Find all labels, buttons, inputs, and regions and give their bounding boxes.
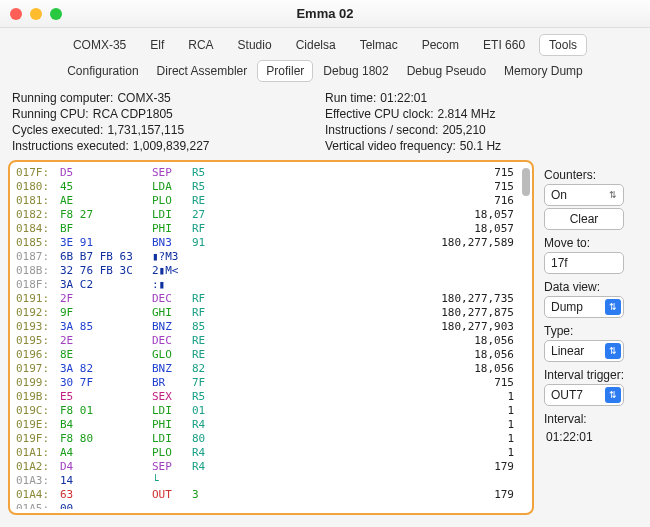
listing-row[interactable]: 019F:F8 80LDI801 — [16, 432, 530, 446]
listing-row[interactable]: 0182:F8 27LDI2718,057 — [16, 208, 530, 222]
listing-row[interactable]: 0195:2EDECRE18,056 — [16, 334, 530, 348]
tab-eti-660[interactable]: ETI 660 — [473, 34, 535, 56]
info-label: Instructions / second: — [325, 122, 438, 138]
listing-row[interactable]: 019C:F8 01LDI011 — [16, 404, 530, 418]
close-icon[interactable] — [10, 8, 22, 20]
listing-mnemonic: :▮ — [152, 278, 192, 292]
listing-mnemonic: SEP — [152, 166, 192, 180]
info-value: 01:22:01 — [380, 90, 427, 106]
listing-addr: 0180: — [16, 180, 60, 194]
tab-comx-35[interactable]: COMX-35 — [63, 34, 136, 56]
listing-mnemonic: PLO — [152, 194, 192, 208]
listing-row[interactable]: 0184:BFPHIRF18,057 — [16, 222, 530, 236]
listing-operand: 27 — [192, 208, 232, 222]
listing-count — [232, 474, 530, 488]
listing-row[interactable]: 017F:D5SEPR5715 — [16, 166, 530, 180]
info-label: Instructions executed: — [12, 138, 129, 154]
subtab-profiler[interactable]: Profiler — [257, 60, 313, 82]
listing-operand: 80 — [192, 432, 232, 446]
listing-bytes: A4 — [60, 446, 152, 460]
move-to-input[interactable]: 17f — [544, 252, 624, 274]
tab-elf[interactable]: Elf — [140, 34, 174, 56]
info-label: Running CPU: — [12, 106, 89, 122]
subtab-debug-1802[interactable]: Debug 1802 — [315, 60, 396, 82]
listing-row[interactable]: 0187:6B B7 FB 63▮?M3 — [16, 250, 530, 264]
info-row: Vertical video frequency:50.1 Hz — [325, 138, 638, 154]
listing-row[interactable]: 01A5:00 — [16, 502, 530, 509]
listing-row[interactable]: 0191:2FDECRF180,277,735 — [16, 292, 530, 306]
listing-row[interactable]: 018B:32 76 FB 3C2▮M< — [16, 264, 530, 278]
listing-row[interactable]: 01A3:14└ — [16, 474, 530, 488]
tab-cidelsa[interactable]: Cidelsa — [286, 34, 346, 56]
listing-addr: 0182: — [16, 208, 60, 222]
listing-addr: 0195: — [16, 334, 60, 348]
listing-addr: 018B: — [16, 264, 60, 278]
listing-addr: 0185: — [16, 236, 60, 250]
listing-operand — [192, 264, 232, 278]
listing-mnemonic: PLO — [152, 446, 192, 460]
info-value: 50.1 Hz — [460, 138, 501, 154]
listing-row[interactable]: 0197:3A 82BNZ8218,056 — [16, 362, 530, 376]
listing-mnemonic: DEC — [152, 334, 192, 348]
listing-row[interactable]: 01A1:A4PLOR41 — [16, 446, 530, 460]
listing-count: 18,057 — [232, 222, 530, 236]
listing-row[interactable]: 0181:AEPLORE716 — [16, 194, 530, 208]
listing-row[interactable]: 0196:8EGLORE18,056 — [16, 348, 530, 362]
listing-bytes: BF — [60, 222, 152, 236]
tab-tools[interactable]: Tools — [539, 34, 587, 56]
data-view-select[interactable]: Dump ⇅ — [544, 296, 624, 318]
listing-count: 18,056 — [232, 334, 530, 348]
listing-row[interactable]: 01A4:63OUT3179 — [16, 488, 530, 502]
info-label: Effective CPU clock: — [325, 106, 433, 122]
clear-button[interactable]: Clear — [544, 208, 624, 230]
type-label: Type: — [544, 324, 640, 338]
interval-trigger-select[interactable]: OUT7 ⇅ — [544, 384, 624, 406]
listing-count: 179 — [232, 460, 530, 474]
listing-row[interactable]: 019B:E5SEXR51 — [16, 390, 530, 404]
subtab-direct-assembler[interactable]: Direct Assembler — [149, 60, 256, 82]
listing-addr: 019C: — [16, 404, 60, 418]
listing-operand: R5 — [192, 180, 232, 194]
subtab-configuration[interactable]: Configuration — [59, 60, 146, 82]
listing-operand: R5 — [192, 390, 232, 404]
listing-bytes: 9F — [60, 306, 152, 320]
counters-select[interactable]: On ⇅ — [544, 184, 624, 206]
listing-row[interactable]: 0192:9FGHIRF180,277,875 — [16, 306, 530, 320]
listing-bytes: F8 80 — [60, 432, 152, 446]
listing-mnemonic: ▮?M3 — [152, 250, 192, 264]
subtab-memory-dump[interactable]: Memory Dump — [496, 60, 591, 82]
zoom-icon[interactable] — [50, 8, 62, 20]
window-controls — [10, 8, 62, 20]
minimize-icon[interactable] — [30, 8, 42, 20]
listing-count — [232, 278, 530, 292]
listing-row[interactable]: 01A2:D4SEPR4179 — [16, 460, 530, 474]
info-value: 2.814 MHz — [437, 106, 495, 122]
subtab-debug-pseudo[interactable]: Debug Pseudo — [399, 60, 494, 82]
listing-bytes: 14 — [60, 474, 152, 488]
listing-bytes: 6B B7 FB 63 — [60, 250, 152, 264]
tab-rca[interactable]: RCA — [178, 34, 223, 56]
type-select[interactable]: Linear ⇅ — [544, 340, 624, 362]
scrollbar-thumb[interactable] — [522, 168, 530, 196]
listing-row[interactable]: 018F:3A C2:▮ — [16, 278, 530, 292]
tab-telmac[interactable]: Telmac — [350, 34, 408, 56]
listing-row[interactable]: 019E:B4PHIR41 — [16, 418, 530, 432]
tab-studio[interactable]: Studio — [228, 34, 282, 56]
listing-row[interactable]: 0180:45LDAR5715 — [16, 180, 530, 194]
profiler-listing[interactable]: 017F:D5SEPR57150180:45LDAR57150181:AEPLO… — [16, 166, 530, 509]
listing-mnemonic: DEC — [152, 292, 192, 306]
listing-bytes: D5 — [60, 166, 152, 180]
listing-count: 1 — [232, 390, 530, 404]
listing-row[interactable]: 0199:30 7FBR7F715 — [16, 376, 530, 390]
listing-operand: R5 — [192, 166, 232, 180]
listing-row[interactable]: 0193:3A 85BNZ85180,277,903 — [16, 320, 530, 334]
listing-mnemonic: 2▮M< — [152, 264, 192, 278]
listing-bytes: 63 — [60, 488, 152, 502]
listing-count: 179 — [232, 488, 530, 502]
tab-pecom[interactable]: Pecom — [412, 34, 469, 56]
listing-operand: R4 — [192, 418, 232, 432]
listing-row[interactable]: 0185:3E 91BN391180,277,589 — [16, 236, 530, 250]
listing-bytes: 2F — [60, 292, 152, 306]
side-panel: Counters: On ⇅ Clear Move to: 17f Data v… — [534, 160, 642, 515]
listing-bytes: 32 76 FB 3C — [60, 264, 152, 278]
